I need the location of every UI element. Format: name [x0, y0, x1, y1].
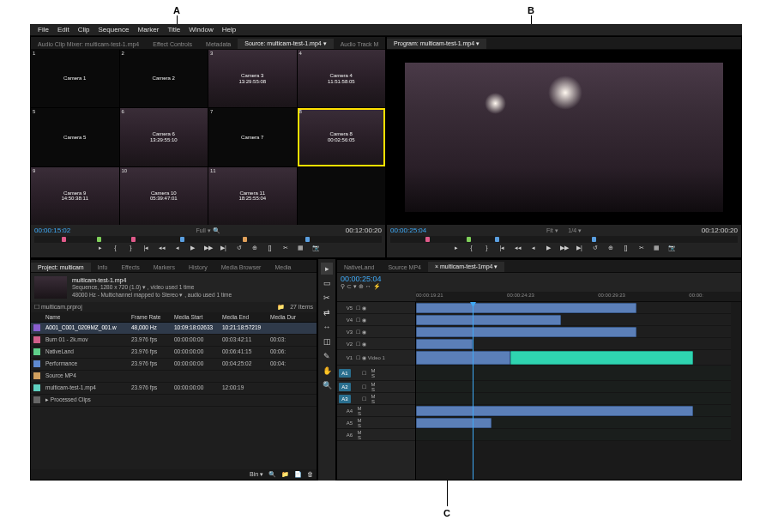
table-row[interactable]: multicam-test-1.mp423.976 fps00:00:00:00…: [31, 383, 317, 395]
transport-button[interactable]: ▶|: [575, 245, 585, 253]
track-header-V1[interactable]: V1☐ ◉Video 1: [337, 350, 415, 366]
camera-8[interactable]: 8Camera 8 00:02:56:05: [298, 108, 386, 166]
tab[interactable]: Media Browser: [214, 263, 268, 272]
new-bin-icon[interactable]: 📁: [281, 471, 289, 478]
tab[interactable]: Effects: [114, 263, 146, 272]
tab[interactable]: × multicam-test-1mp4 ▾: [428, 262, 504, 272]
marker[interactable]: [592, 237, 596, 242]
camera-12[interactable]: [298, 167, 386, 225]
column-header[interactable]: Name: [43, 312, 129, 322]
transport-button[interactable]: []: [265, 245, 275, 253]
track-V1[interactable]: [416, 350, 731, 366]
transport-button[interactable]: ◂◂: [513, 245, 523, 253]
track-header-A6[interactable]: A6M S: [337, 429, 415, 441]
table-row[interactable]: Performance23.976 fps00:00:00:0000:04:25…: [31, 359, 317, 371]
transport-button[interactable]: ✂: [636, 245, 647, 253]
bin-dropdown[interactable]: Bin ▾: [250, 471, 263, 478]
menu-window[interactable]: Window: [184, 26, 217, 33]
camera-10[interactable]: 10Camera 10 05:39:47:01: [120, 167, 208, 225]
tab[interactable]: Media: [268, 263, 298, 272]
clip[interactable]: [416, 339, 473, 349]
marker[interactable]: [467, 237, 471, 242]
transport-button[interactable]: ▸: [451, 245, 461, 253]
track-A4[interactable]: [416, 405, 731, 417]
transport-button[interactable]: 📷: [311, 245, 322, 253]
transport-button[interactable]: []: [621, 245, 631, 253]
marker[interactable]: [305, 237, 310, 242]
marker[interactable]: [62, 237, 66, 242]
menu-title[interactable]: Title: [163, 26, 184, 33]
table-row[interactable]: Source MP4: [31, 371, 317, 383]
camera-6[interactable]: 6Camera 6 13:29:55:10: [120, 108, 208, 166]
track-header-☐[interactable]: A3☐M S: [337, 393, 415, 405]
camera-9[interactable]: 9Camera 9 14:50:38:11: [31, 167, 119, 225]
transport-button[interactable]: {: [467, 245, 477, 253]
tab[interactable]: Program: multicam-test-1.mp4 ▾: [387, 39, 486, 49]
timeline-tc[interactable]: 00:00:25:04: [341, 275, 382, 283]
marker[interactable]: [180, 237, 184, 242]
table-row[interactable]: NativeLand23.976 fps00:00:00:0000:06:41:…: [31, 347, 317, 359]
camera-1[interactable]: 1Camera 1: [31, 50, 119, 107]
track-header-V3[interactable]: V3☐ ◉: [337, 326, 415, 338]
marker[interactable]: [97, 237, 101, 242]
tool-button[interactable]: ◫: [321, 336, 333, 348]
timeline-ruler[interactable]: 00:00:19:2100:00:24:2300:00:29:2300:00:: [416, 292, 741, 301]
transport-button[interactable]: ▸: [95, 245, 106, 253]
track-V3[interactable]: [416, 326, 731, 338]
menu-clip[interactable]: Clip: [74, 26, 94, 33]
menu-edit[interactable]: Edit: [53, 26, 74, 33]
transport-button[interactable]: {: [111, 245, 121, 253]
track-☐[interactable]: [416, 393, 731, 405]
camera-7[interactable]: 7Camera 7: [208, 108, 297, 166]
clip[interactable]: [416, 327, 636, 337]
table-row[interactable]: Burn 01 - 2k.mov23.976 fps00:00:00:0000:…: [31, 335, 317, 347]
clip[interactable]: [510, 351, 693, 365]
tool-button[interactable]: ▸: [321, 263, 333, 275]
timeline-controls[interactable]: ⚲ ⊂ ▾ ⊕ ↔ ⚡: [341, 283, 382, 290]
camera-4[interactable]: 4Camera 4 11:51:58:05: [298, 50, 386, 107]
transport-button[interactable]: ▶: [544, 245, 554, 253]
menu-help[interactable]: Help: [218, 26, 240, 33]
transport-button[interactable]: ⊕: [250, 245, 260, 253]
transport-button[interactable]: ▦: [652, 245, 662, 253]
source-marker-strip[interactable]: [34, 236, 382, 243]
marker[interactable]: [425, 237, 430, 242]
column-header[interactable]: Frame Rate: [129, 312, 172, 322]
camera-2[interactable]: 2Camera 2: [120, 50, 208, 107]
search-icon[interactable]: 🔍: [268, 471, 276, 478]
marker[interactable]: [495, 237, 499, 242]
transport-button[interactable]: ⊕: [606, 245, 616, 253]
program-marker-strip[interactable]: [390, 236, 738, 243]
transport-button[interactable]: ↺: [234, 245, 244, 253]
track-header-V2[interactable]: V2☐ ◉: [337, 338, 415, 350]
track-☐[interactable]: [416, 366, 731, 381]
track-header-A4[interactable]: A4M S: [337, 405, 415, 417]
track-☐[interactable]: [416, 381, 731, 393]
source-zoom-label[interactable]: Full ▾: [196, 227, 210, 233]
track-header-V5[interactable]: V5☐ ◉: [337, 302, 415, 314]
bin-path[interactable]: multicam.prproj: [41, 304, 82, 310]
tool-button[interactable]: ✋: [321, 365, 333, 377]
tab[interactable]: Metadata: [199, 39, 238, 49]
clip[interactable]: [416, 406, 693, 416]
transport-button[interactable]: ▶: [188, 245, 198, 253]
multicam-monitor[interactable]: 1Camera 12Camera 23Camera 3 13:29:55:084…: [31, 50, 385, 225]
track-header-V4[interactable]: V4☐ ◉: [337, 314, 415, 326]
table-row[interactable]: ▸ Processed Clips: [31, 395, 317, 407]
column-header[interactable]: Media Dur: [268, 312, 302, 322]
tool-button[interactable]: ⇄: [321, 306, 333, 318]
program-fit-label[interactable]: Fit ▾: [546, 227, 558, 233]
tool-button[interactable]: 🔍: [321, 379, 333, 391]
tab[interactable]: Audio Track M: [334, 39, 385, 49]
transport-button[interactable]: 📷: [667, 245, 678, 253]
timeline-tracks[interactable]: [416, 302, 731, 480]
transport-button[interactable]: }: [482, 245, 492, 253]
column-header[interactable]: Media End: [220, 312, 268, 322]
marker[interactable]: [243, 237, 247, 242]
camera-5[interactable]: 5Camera 5: [31, 108, 119, 166]
track-A6[interactable]: [416, 429, 731, 441]
transport-button[interactable]: ◂◂: [157, 245, 167, 253]
tab[interactable]: NativeLand: [337, 263, 381, 272]
tab[interactable]: Effect Controls: [146, 39, 199, 49]
program-tc-in[interactable]: 00:00:25:04: [390, 227, 426, 234]
